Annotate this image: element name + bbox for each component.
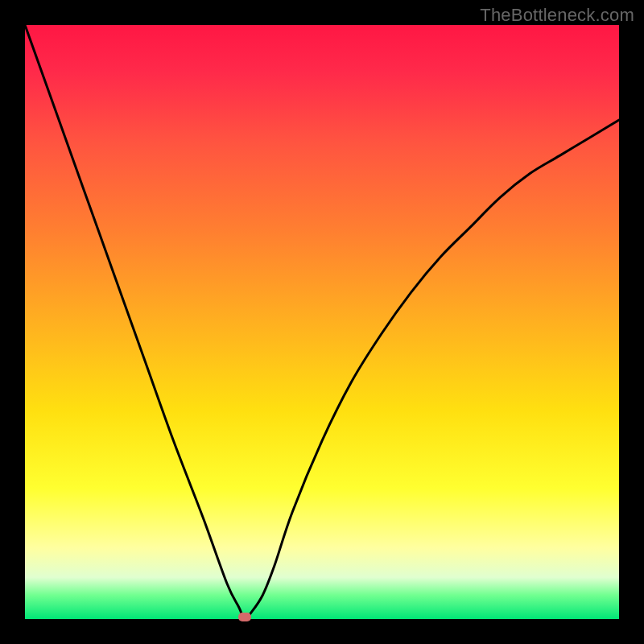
optimal-point-marker <box>238 613 251 621</box>
gradient-plot-area <box>25 25 619 619</box>
bottleneck-curve <box>25 25 619 619</box>
watermark-text: TheBottleneck.com <box>480 5 634 26</box>
